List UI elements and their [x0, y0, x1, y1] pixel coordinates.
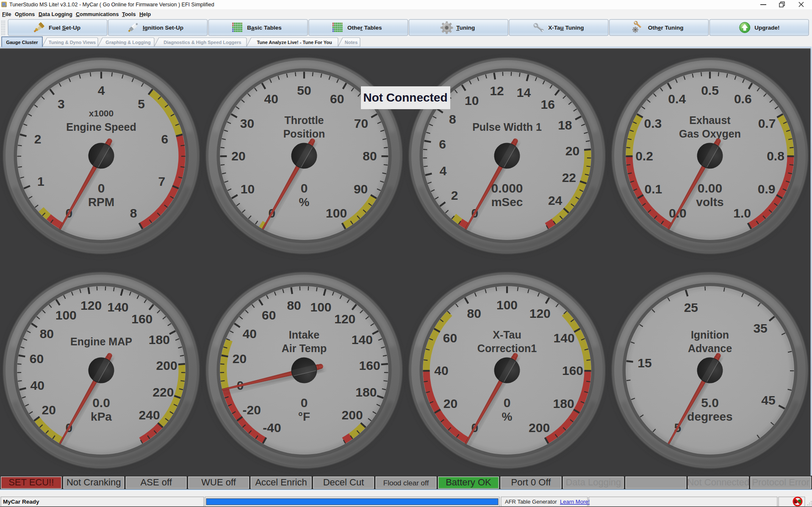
- svg-text:160: 160: [562, 364, 583, 377]
- svg-text:4: 4: [440, 164, 447, 178]
- svg-text:0.3: 0.3: [644, 116, 662, 130]
- svg-text:80: 80: [467, 306, 481, 320]
- svg-text:%: %: [502, 410, 513, 423]
- svg-text:20: 20: [565, 144, 579, 158]
- svg-text:20: 20: [233, 352, 247, 366]
- svg-text:80: 80: [363, 149, 377, 163]
- svg-text:60: 60: [330, 92, 344, 106]
- svg-text:0: 0: [301, 396, 308, 410]
- svg-text:1: 1: [37, 174, 44, 188]
- svg-text:X-Tau Tuning: X-Tau Tuning: [548, 25, 584, 31]
- svg-text:degrees: degrees: [687, 410, 732, 423]
- svg-text:80: 80: [40, 327, 54, 341]
- svg-text:20: 20: [231, 149, 245, 163]
- svg-text:Intake: Intake: [289, 329, 319, 341]
- svg-text:Learn More!: Learn More!: [560, 499, 590, 505]
- svg-text:Ignition Set-Up: Ignition Set-Up: [143, 25, 183, 31]
- svg-text:80: 80: [287, 298, 301, 312]
- svg-text:°F: °F: [298, 410, 310, 423]
- svg-text:mSec: mSec: [491, 196, 523, 209]
- svg-text:Engine Speed: Engine Speed: [66, 121, 136, 133]
- svg-text:24: 24: [548, 193, 563, 207]
- svg-text:Help: Help: [139, 11, 151, 17]
- svg-text:2: 2: [34, 132, 42, 146]
- svg-text:WUE off: WUE off: [201, 477, 236, 488]
- svg-text:12: 12: [490, 84, 504, 98]
- svg-text:Exhaust: Exhaust: [689, 114, 731, 126]
- svg-text:Diagnostics & High Speed Logge: Diagnostics & High Speed Loggers: [164, 40, 241, 45]
- svg-text:Fuel Set-Up: Fuel Set-Up: [49, 25, 80, 31]
- svg-text:3: 3: [58, 97, 65, 111]
- svg-text:140: 140: [107, 300, 128, 314]
- svg-text:25: 25: [684, 300, 698, 314]
- svg-text:%: %: [299, 196, 310, 209]
- svg-text:SET ECU!!: SET ECU!!: [8, 477, 54, 488]
- svg-text:4: 4: [98, 83, 105, 97]
- svg-text:60: 60: [443, 331, 457, 345]
- svg-text:0.2: 0.2: [635, 149, 653, 163]
- svg-text:Decel Cut: Decel Cut: [323, 477, 364, 488]
- svg-text:20: 20: [42, 403, 55, 417]
- svg-text:0.7: 0.7: [758, 116, 776, 130]
- svg-text:Notes: Notes: [345, 40, 358, 45]
- svg-text:70: 70: [354, 116, 368, 130]
- svg-text:10: 10: [241, 182, 255, 196]
- svg-text:140: 140: [554, 331, 575, 345]
- svg-text:Battery OK: Battery OK: [446, 477, 491, 488]
- svg-text:Ignition: Ignition: [691, 329, 729, 341]
- svg-text:120: 120: [334, 312, 355, 326]
- svg-text:40: 40: [434, 364, 448, 377]
- svg-text:-20: -20: [242, 403, 261, 417]
- svg-text:0: 0: [301, 181, 308, 195]
- svg-text:18: 18: [558, 118, 572, 132]
- svg-text:Tools: Tools: [122, 11, 136, 17]
- svg-text:120: 120: [529, 306, 551, 320]
- svg-text:Tune Analyze Live! - Tune For: Tune Analyze Live! - Tune For You: [257, 40, 332, 45]
- svg-text:240: 240: [139, 408, 160, 422]
- svg-text:16: 16: [541, 97, 555, 111]
- svg-text:File: File: [2, 11, 11, 17]
- svg-text:-40: -40: [263, 421, 281, 435]
- svg-text:10: 10: [465, 94, 479, 107]
- svg-text:Upgrade!: Upgrade!: [754, 25, 779, 31]
- svg-text:50: 50: [297, 83, 311, 97]
- svg-text:volts: volts: [696, 196, 723, 209]
- svg-text:Tuning: Tuning: [456, 25, 475, 31]
- svg-text:Not Connected: Not Connected: [363, 91, 447, 104]
- svg-text:120: 120: [80, 298, 102, 312]
- svg-text:Not Cranking: Not Cranking: [67, 477, 121, 488]
- svg-text:Other Tuning: Other Tuning: [648, 25, 684, 31]
- svg-text:0.1: 0.1: [645, 182, 662, 196]
- svg-text:Position: Position: [283, 128, 325, 140]
- svg-text:Engine MAP: Engine MAP: [70, 336, 132, 347]
- svg-text:Port 0 Off: Port 0 Off: [511, 477, 551, 488]
- svg-text:Advance: Advance: [688, 342, 732, 354]
- svg-text:0.4: 0.4: [668, 92, 686, 106]
- svg-text:0.0: 0.0: [92, 396, 110, 410]
- svg-text:Correction1: Correction1: [477, 342, 537, 354]
- svg-text:Air Temp: Air Temp: [282, 342, 327, 354]
- svg-text:220: 220: [152, 385, 174, 399]
- svg-text:100: 100: [326, 206, 347, 220]
- svg-text:160: 160: [359, 358, 380, 372]
- svg-text:X-Tau: X-Tau: [493, 329, 521, 341]
- svg-text:45: 45: [761, 393, 775, 407]
- svg-text:14: 14: [517, 85, 531, 99]
- svg-text:Gauge Cluster: Gauge Cluster: [6, 40, 38, 45]
- svg-text:8: 8: [130, 206, 137, 220]
- svg-text:Accel Enrich: Accel Enrich: [255, 477, 307, 488]
- svg-text:Flood clear off: Flood clear off: [383, 479, 429, 487]
- svg-text:Other Tables: Other Tables: [347, 25, 382, 31]
- svg-text:180: 180: [149, 333, 170, 347]
- svg-text:60: 60: [262, 308, 276, 322]
- svg-text:0.5: 0.5: [701, 83, 719, 97]
- svg-text:Pulse Width 1: Pulse Width 1: [472, 121, 542, 133]
- svg-text:6: 6: [161, 132, 169, 146]
- svg-text:Gas Oxygen: Gas Oxygen: [679, 128, 741, 140]
- svg-text:200: 200: [342, 408, 363, 422]
- svg-text:AFR Table Generator: AFR Table Generator: [505, 499, 557, 505]
- svg-text:160: 160: [131, 312, 152, 326]
- svg-text:Options: Options: [15, 11, 35, 17]
- svg-text:180: 180: [553, 397, 574, 411]
- svg-text:8: 8: [449, 112, 456, 126]
